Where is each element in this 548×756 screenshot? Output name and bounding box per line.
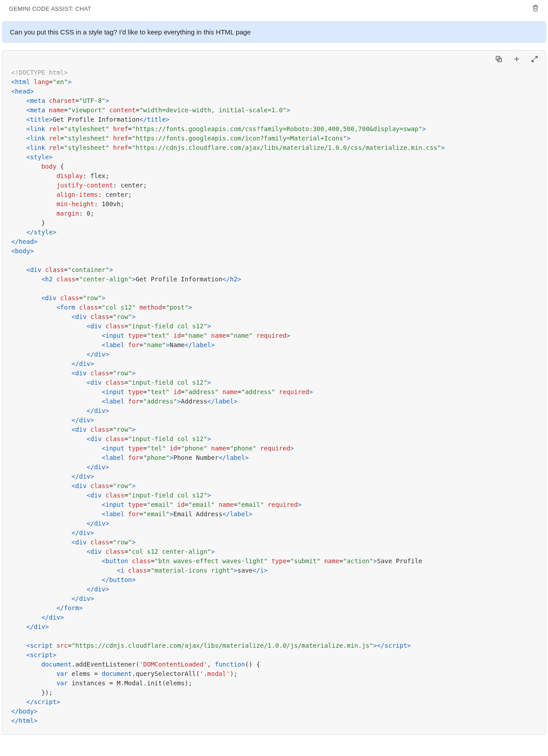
code-content: <!DOCTYPE html> <html lang="en"> <head> … <box>2 66 546 735</box>
code-block: <!DOCTYPE html> <html lang="en"> <head> … <box>2 50 546 735</box>
expand-icon[interactable] <box>531 55 539 64</box>
insert-icon[interactable] <box>513 55 521 64</box>
user-message: Can you put this CSS in a style tag? I'd… <box>2 21 546 43</box>
panel-title: GEMINI CODE ASSIST: CHAT <box>9 5 91 12</box>
copy-icon[interactable] <box>495 55 503 64</box>
trash-icon[interactable] <box>532 4 539 13</box>
panel-header: GEMINI CODE ASSIST: CHAT <box>0 0 548 17</box>
code-toolbar <box>2 51 546 66</box>
